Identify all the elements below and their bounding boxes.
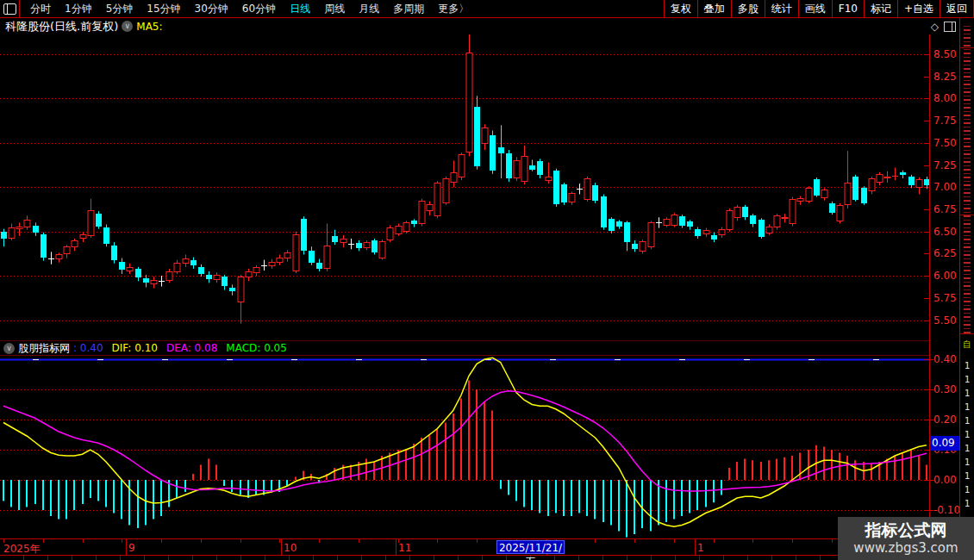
tab-1分钟[interactable]: 1分钟 bbox=[58, 0, 99, 17]
chevron-down-icon[interactable]: ∨ bbox=[122, 21, 133, 32]
tab-月线[interactable]: 月线 bbox=[352, 0, 386, 17]
minor-tick bbox=[240, 539, 241, 543]
price-axis-line bbox=[929, 34, 930, 556]
month-tick bbox=[281, 539, 282, 555]
split-pane-icon[interactable] bbox=[944, 22, 956, 32]
toolbar-spacer bbox=[476, 0, 664, 17]
macd-value: MACD: 0.05 bbox=[226, 342, 287, 354]
title-right-icons: ◇ bbox=[931, 22, 956, 32]
axis-label: 6.75 bbox=[933, 203, 961, 215]
tab-30分钟[interactable]: 30分钟 bbox=[188, 0, 235, 17]
period-tabs: 分时1分钟5分钟15分钟30分钟60分钟日线周线月线多周期更多〉 bbox=[20, 0, 476, 17]
strip-digit-column: 11111111111 bbox=[965, 359, 970, 511]
tab-60分钟[interactable]: 60分钟 bbox=[235, 0, 283, 17]
axis-tick bbox=[930, 480, 933, 481]
axis-label: -0.10 bbox=[933, 504, 961, 516]
chevron-down-icon[interactable]: ∨ bbox=[3, 343, 15, 354]
month-label: 11 bbox=[398, 542, 411, 554]
axis-label: 6.00 bbox=[933, 270, 961, 282]
button-返回[interactable]: 返回 bbox=[940, 0, 974, 17]
minor-tick bbox=[83, 539, 84, 543]
month-tick bbox=[396, 539, 396, 555]
axis-label: 7.25 bbox=[933, 159, 961, 171]
candlestick-chart[interactable] bbox=[0, 34, 929, 341]
strip-digit: 1 bbox=[965, 414, 970, 428]
month-label: 9 bbox=[128, 542, 135, 554]
tab-15分钟[interactable]: 15分钟 bbox=[140, 0, 187, 17]
tab-更多〉[interactable]: 更多〉 bbox=[431, 0, 476, 17]
axis-label: 8.25 bbox=[933, 71, 961, 83]
strip-digit: 1 bbox=[965, 483, 970, 497]
button-标记[interactable]: 标记 bbox=[865, 0, 898, 17]
chart-title-row: 科隆股份(日线.前复权) ∨ MA5: ◇ bbox=[0, 18, 959, 34]
minor-tick bbox=[161, 539, 162, 543]
axis-label: 8.50 bbox=[933, 48, 961, 60]
sidebar-toggle-icon bbox=[3, 3, 16, 15]
trading-app-window: 分时1分钟5分钟15分钟30分钟60分钟日线周线月线多周期更多〉 复权叠加多股统… bbox=[0, 0, 974, 560]
axis-label: 7.00 bbox=[933, 181, 961, 193]
minor-tick bbox=[792, 539, 793, 543]
month-tick bbox=[126, 539, 127, 555]
date-axis[interactable]: 2025年9101112025/11/21/五 bbox=[0, 538, 959, 556]
indicator-header: ∨ 股朋指标网 : 0.40 DIF: 0.10 DEA: 0.08 MACD:… bbox=[0, 341, 287, 355]
strip-divider bbox=[960, 333, 974, 334]
indicator-name: 股朋指标网 bbox=[18, 341, 70, 356]
tab-分时[interactable]: 分时 bbox=[23, 0, 58, 17]
button-叠加[interactable]: 叠加 bbox=[698, 0, 732, 17]
bottom-clipped-row bbox=[0, 556, 959, 560]
axis-label: 0.40 bbox=[933, 353, 961, 365]
year-label: 2025年 bbox=[3, 542, 41, 557]
axis-label: 8.00 bbox=[933, 92, 961, 104]
axis-label: 0.30 bbox=[933, 383, 961, 395]
button-复权[interactable]: 复权 bbox=[665, 0, 698, 17]
month-label: 1 bbox=[697, 542, 704, 554]
watermark-box: 指标公式网 www.zbgs3.com bbox=[838, 517, 974, 560]
axis-label: 6.25 bbox=[933, 247, 961, 259]
axis-label: 5.75 bbox=[933, 292, 961, 304]
toolbar-buttons: 复权叠加多股统计画线F10标记+自选返回 bbox=[664, 0, 974, 17]
axis-label: 0.20 bbox=[933, 414, 961, 426]
button-F10[interactable]: F10 bbox=[833, 0, 865, 17]
strip-digit: 1 bbox=[965, 373, 970, 387]
dea-value: DEA: 0.08 bbox=[166, 342, 217, 354]
axis-tick bbox=[930, 420, 933, 420]
minor-tick bbox=[43, 539, 44, 543]
axis-label: 7.50 bbox=[933, 137, 961, 149]
minor-tick bbox=[752, 539, 753, 543]
minor-tick bbox=[279, 539, 280, 543]
period-toolbar: 分时1分钟5分钟15分钟30分钟60分钟日线周线月线多周期更多〉 复权叠加多股统… bbox=[0, 0, 974, 18]
strip-digit: 1 bbox=[965, 442, 970, 456]
strip-digit: 1 bbox=[965, 387, 970, 401]
axis-tick bbox=[930, 389, 933, 390]
minor-tick bbox=[319, 539, 320, 543]
minor-tick bbox=[201, 539, 202, 543]
axis-tick bbox=[930, 359, 933, 360]
vertical-text-pattern bbox=[964, 23, 971, 333]
diamond-icon[interactable]: ◇ bbox=[931, 22, 939, 32]
strip-char: 自 bbox=[963, 339, 971, 351]
minor-tick bbox=[437, 539, 438, 543]
tab-多周期[interactable]: 多周期 bbox=[386, 0, 431, 17]
ma5-label: MA5: bbox=[136, 21, 162, 33]
window-toggle-button[interactable] bbox=[0, 0, 20, 17]
axis-label: 5.50 bbox=[933, 314, 961, 327]
selected-date-box: 2025/11/21/五 bbox=[496, 540, 565, 554]
button-+自选[interactable]: +自选 bbox=[898, 0, 940, 17]
strip-divider bbox=[960, 47, 974, 48]
strip-digit: 1 bbox=[965, 401, 970, 414]
minor-tick bbox=[634, 539, 635, 543]
macd-indicator-chart[interactable] bbox=[0, 356, 929, 538]
right-side-strip: 自 11111111111 bbox=[959, 18, 974, 560]
axis-label: 0.00 bbox=[933, 474, 961, 486]
button-画线[interactable]: 画线 bbox=[799, 0, 833, 17]
minor-tick bbox=[477, 539, 478, 543]
indicator-value-badge: 0.09 bbox=[930, 436, 959, 451]
button-多股[interactable]: 多股 bbox=[732, 0, 765, 17]
tab-日线[interactable]: 日线 bbox=[283, 0, 317, 17]
minor-tick bbox=[359, 539, 359, 543]
watermark-url: www.zbgs3.com bbox=[853, 540, 958, 557]
tab-周线[interactable]: 周线 bbox=[317, 0, 352, 17]
tab-5分钟[interactable]: 5分钟 bbox=[99, 0, 140, 17]
button-统计[interactable]: 统计 bbox=[765, 0, 799, 17]
strip-digit: 1 bbox=[965, 359, 970, 373]
